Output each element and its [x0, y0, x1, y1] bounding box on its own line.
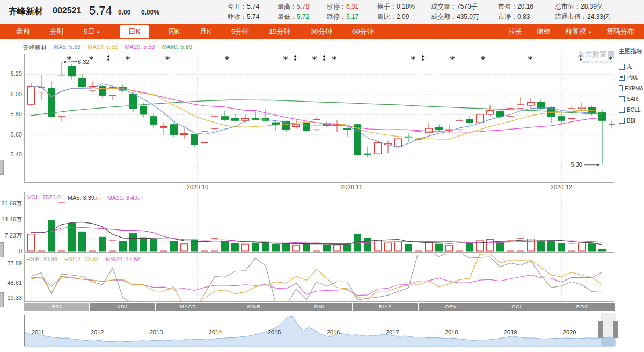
- button-shrink[interactable]: 缩短: [537, 27, 551, 37]
- navigator-year-label: 2013: [150, 329, 163, 335]
- button-stretch-label: 拉长: [508, 27, 522, 35]
- candlestick-chart[interactable]: 6.325.30: [24, 54, 615, 183]
- stat-top-row: 成交量：7573手: [431, 2, 479, 12]
- main-x-label: 2020-12: [543, 184, 580, 190]
- main-x-label: 2020-11: [333, 184, 370, 190]
- stat-label: 量比：: [377, 13, 397, 20]
- indicator-tab-strip: RSIKDJMACDW%RDMIBIASOBVCCIROC: [24, 303, 615, 311]
- candles: [28, 62, 606, 165]
- stat-column: 最高：5.78最低：5.72: [277, 2, 309, 22]
- tab-5day[interactable]: 5日▲: [84, 27, 100, 37]
- triangle-up-icon: ▲: [588, 30, 592, 34]
- rsi-chart[interactable]: [24, 254, 615, 302]
- event-markers[interactable]: [67, 55, 612, 61]
- stat-label: 最高：: [277, 3, 297, 10]
- tab-15min[interactable]: 15分钟: [269, 27, 290, 37]
- volume-y-tick: 7.23万: [0, 232, 22, 240]
- navigator-right-handle[interactable]: [613, 321, 618, 338]
- navigator-year-label: 2018: [445, 329, 458, 335]
- tab-cci[interactable]: CCI: [484, 303, 549, 311]
- stat-column: 换手：0.18%量比：2.09: [377, 2, 415, 22]
- option-sar[interactable]: SAR: [619, 94, 643, 104]
- stat-value: 0.83: [517, 13, 530, 20]
- option-boll[interactable]: BOLL: [619, 104, 643, 115]
- stat-top-row: 换手：0.18%: [377, 2, 415, 12]
- indicator-sidebar: 主图指标 无均线EXPMASARBOLLBBI: [619, 47, 643, 126]
- tab-monthly-k-label: 月K: [200, 27, 211, 35]
- tab-30min[interactable]: 30分钟: [311, 27, 332, 37]
- stock-chart-app: 齐峰新材 002521 5.74 0.00 0.00% 今开：5.74昨收：5.…: [0, 0, 644, 352]
- svg-text:6.32: 6.32: [78, 59, 89, 65]
- sidebar-title: 主图指标: [619, 47, 643, 55]
- option-bbi-label: BBI: [627, 118, 635, 124]
- pane-resize-handle[interactable]: [0, 160, 4, 175]
- stat-label: 最低：: [277, 13, 297, 20]
- volume-chart[interactable]: [24, 192, 615, 253]
- checkbox-icon: [619, 75, 625, 81]
- tab-30min-label: 30分钟: [311, 27, 332, 35]
- navigator-left-handle[interactable]: [598, 321, 603, 338]
- option-expma-label: EXPMA: [625, 85, 643, 91]
- tab-daily-k[interactable]: 日K: [120, 25, 148, 38]
- stock-code: 002521: [53, 6, 81, 16]
- stat-label: 今开：: [228, 3, 247, 10]
- stat-label: 市盈：: [498, 3, 517, 10]
- navigator-year-label: 2014: [209, 329, 222, 335]
- tab-macd[interactable]: MACD: [156, 303, 221, 311]
- tab-weekly-k[interactable]: 周K: [169, 27, 180, 37]
- stat-label: 流通市值：: [555, 13, 587, 20]
- rsi-y-tick: 48.61: [0, 279, 22, 286]
- option-sar-label: SAR: [627, 96, 638, 102]
- volume-y-tick: 21.69万: [0, 199, 22, 207]
- tab-5min[interactable]: 5分钟: [231, 27, 249, 37]
- pane-resize-handle[interactable]: [0, 242, 4, 257]
- tab-roc[interactable]: ROC: [550, 303, 615, 311]
- stat-label: 昨收：: [228, 13, 247, 20]
- button-forward-adjust-label: 前复权: [565, 27, 586, 35]
- tab-obv[interactable]: OBV: [419, 303, 484, 311]
- option-bbi[interactable]: BBI: [619, 115, 643, 126]
- option-boll-label: BOLL: [627, 107, 641, 113]
- tab-dmi[interactable]: DMI: [287, 303, 352, 311]
- legend-ma5: MA5: 5.83: [54, 44, 80, 52]
- tab-60min[interactable]: 60分钟: [352, 27, 374, 37]
- rsi-y-tick: 77.89: [0, 260, 22, 267]
- tab-pre-market[interactable]: 盘前: [16, 27, 30, 37]
- stat-value: 20.16: [517, 3, 533, 10]
- svg-text:5.30: 5.30: [571, 161, 582, 168]
- checkbox-icon: [619, 64, 625, 70]
- button-stretch[interactable]: 拉长: [508, 27, 522, 37]
- option-none[interactable]: 无: [619, 61, 643, 72]
- main-chart-legend: 齐峰新材 MA5: 5.83 MA10: 5.82 MA20: 5.83 MA6…: [23, 44, 192, 52]
- tab-monthly-k[interactable]: 月K: [200, 27, 211, 37]
- tab-kdj[interactable]: KDJ: [90, 303, 155, 311]
- button-shrink-label: 缩短: [537, 27, 551, 35]
- main-y-tick: 5.80: [0, 111, 22, 117]
- tab-5min-label: 5分钟: [231, 27, 249, 35]
- button-forward-adjust[interactable]: 前复权▲: [565, 27, 592, 37]
- main-y-tick: 5.60: [0, 131, 22, 138]
- stat-label: 市净：: [498, 13, 517, 20]
- option-expma[interactable]: EXPMA: [619, 83, 643, 94]
- tab-wr[interactable]: W%R: [221, 303, 286, 311]
- legend-ma20: MA20: 5.83: [125, 44, 155, 52]
- history-navigator[interactable]: 2011201220132014201520162017201820192020: [24, 313, 620, 347]
- stat-bottom-row: 昨收：5.74: [228, 12, 259, 22]
- stat-value: 5.17: [346, 13, 358, 20]
- tab-bias[interactable]: BIAS: [353, 303, 418, 311]
- tab-intraday[interactable]: 分时: [50, 27, 64, 37]
- stat-value: 5.78: [297, 3, 309, 10]
- sidebar-options: 无均线EXPMASARBOLLBBI: [619, 61, 643, 126]
- tab-pre-market-label: 盘前: [16, 27, 30, 35]
- stat-bottom-row: 成交额：435.0万: [431, 12, 479, 22]
- navigator-year-label: 2011: [32, 329, 45, 335]
- stat-column: 涨停：6.31跌停：5.17: [327, 2, 358, 22]
- stat-value: 6.31: [346, 3, 358, 10]
- pane-resize-handle[interactable]: [0, 292, 4, 307]
- stat-top-row: 市盈：20.16: [498, 2, 533, 12]
- tab-rsi[interactable]: RSI: [24, 303, 89, 311]
- legend-ma60: MA60: 5.80: [162, 44, 192, 52]
- button-chip-distribution[interactable]: 筹码分布: [606, 27, 634, 37]
- volume-y-tick: 14.46万: [0, 215, 22, 224]
- option-ma[interactable]: 均线: [619, 72, 643, 83]
